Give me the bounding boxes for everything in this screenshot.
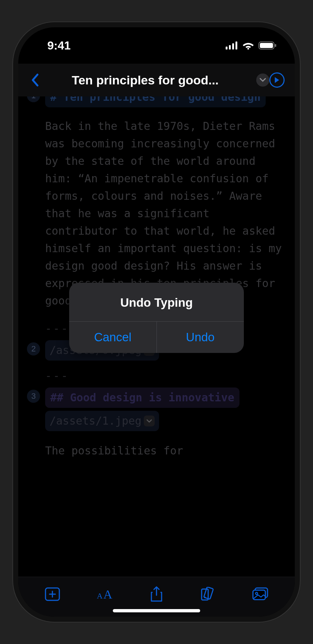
status-bar: 9:41 [18,27,295,64]
add-box-icon [44,587,60,601]
line-number: 2 [27,342,40,355]
svg-point-13 [204,596,206,598]
line-number: 3 [27,390,40,403]
text-size-icon: A A [95,588,114,601]
status-time: 9:41 [47,39,71,52]
hr-token[interactable]: --- [26,367,287,385]
format-button[interactable]: A A [92,584,117,604]
chevron-down-icon [146,419,152,423]
alert-undo-button[interactable]: Undo [157,322,244,353]
undo-alert: Undo Typing Cancel Undo [69,283,244,353]
svg-rect-3 [235,41,237,49]
svg-text:A: A [97,591,103,600]
asset-expand-button[interactable] [144,416,155,426]
status-indicators [226,41,277,49]
home-indicator[interactable] [113,609,200,612]
wifi-icon [242,41,254,49]
nav-title: Ten principles for good... [38,73,253,87]
svg-rect-1 [229,45,231,49]
swatch-icon [200,587,217,601]
alert-cancel-button[interactable]: Cancel [69,322,157,353]
cellular-icon [226,41,238,49]
paragraph-text[interactable]: Back in the late 1970s, Dieter Rams was … [26,118,287,310]
asset-token[interactable]: /assets/1.jpeg [45,411,159,431]
share-button[interactable] [144,584,169,604]
svg-rect-2 [232,43,234,49]
photos-icon [252,587,269,601]
add-button[interactable] [40,584,65,604]
svg-text:A: A [103,588,112,601]
svg-rect-7 [275,44,276,47]
share-icon [150,586,163,603]
asset-path: /assets/1.jpeg [49,412,142,430]
paragraph-text[interactable]: The possibilities for [26,442,287,460]
svg-rect-0 [226,47,227,49]
chevron-down-icon [259,78,266,82]
line-number: 1 [27,96,40,102]
nav-header: Ten principles for good... [18,64,295,96]
phone-frame: 9:41 Ten pr [18,27,295,617]
play-icon [274,77,280,83]
title-dropdown-button[interactable] [256,73,269,87]
images-button[interactable] [248,584,273,604]
theme-button[interactable] [196,584,221,604]
svg-point-4 [247,48,249,49]
heading-token[interactable]: # Ten principles for good design [45,96,266,107]
svg-rect-6 [260,43,273,48]
alert-title: Undo Typing [69,283,244,321]
heading-token[interactable]: ## Good design is innovative [45,387,239,408]
play-button[interactable] [269,72,285,88]
battery-icon [258,41,277,49]
